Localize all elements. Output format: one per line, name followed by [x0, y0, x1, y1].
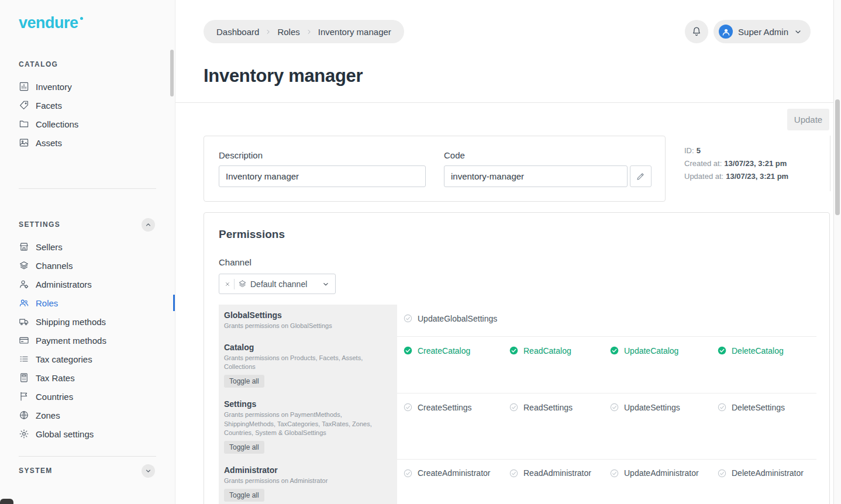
breadcrumb-item-roles[interactable]: Roles [277, 27, 299, 37]
check-circle-outline-icon [509, 468, 519, 478]
permission-group-description: Grants permissions on PaymentMethods, Sh… [224, 410, 389, 437]
notifications-button[interactable] [685, 20, 708, 43]
permission-label: UpdateAdministrator [624, 468, 699, 478]
permission-group-name: Catalog [224, 343, 389, 352]
sidebar-item-administrators[interactable]: Administrators [0, 275, 175, 294]
check-circle-outline-icon [717, 402, 727, 412]
store-icon [19, 241, 29, 252]
toggle-all-button[interactable]: Toggle all [224, 489, 264, 502]
logo-dot-icon [80, 17, 83, 20]
users-icon [19, 298, 29, 308]
sidebar-item-countries[interactable]: Countries [0, 387, 175, 406]
user-menu[interactable]: Super Admin [714, 20, 811, 43]
permission-group-description: Grants permissions on Products, Facets, … [224, 354, 389, 371]
check-circle-filled-icon [717, 346, 727, 355]
sidebar-scrollbar-thumb[interactable] [170, 50, 174, 96]
permission-label: DeleteCatalog [732, 346, 784, 355]
sidebar-item-zones[interactable]: Zones [0, 406, 175, 424]
flag-icon [19, 391, 29, 402]
folder-icon [19, 119, 29, 129]
permission-checkbox-updatesettings[interactable]: UpdateSettings [609, 402, 717, 412]
channel-select[interactable]: Default channel [219, 274, 336, 294]
breadcrumb-item-inventory-manager[interactable]: Inventory manager [318, 27, 391, 37]
permission-checkbox-createsettings[interactable]: CreateSettings [403, 402, 509, 412]
sidebar-item-roles[interactable]: Roles [0, 294, 175, 312]
channel-label: Channel [219, 257, 815, 267]
section-label-system: SYSTEM [19, 467, 53, 475]
calculator-icon [19, 372, 29, 383]
page-scrollbar[interactable] [833, 0, 841, 504]
permission-checkbox-updatecatalog[interactable]: UpdateCatalog [609, 346, 717, 355]
meta-value: 13/07/23, 3:21 pm [724, 159, 787, 168]
permission-group-name: GlobalSettings [224, 310, 389, 320]
sidebar-item-payment-methods[interactable]: Payment methods [0, 331, 175, 350]
check-circle-filled-icon [609, 346, 619, 355]
vendure-logo[interactable]: vendure [19, 14, 83, 32]
meta-value: 5 [697, 146, 701, 155]
avatar [719, 25, 733, 39]
system-collapse-button[interactable] [142, 464, 155, 478]
chevron-right-icon [264, 28, 272, 36]
chevron-down-icon [144, 467, 152, 475]
list-icon [19, 354, 29, 364]
credit-card-icon [19, 335, 29, 346]
permission-checkbox-deletecatalog[interactable]: DeleteCatalog [717, 346, 816, 355]
description-label: Description [219, 150, 426, 160]
globe-icon [19, 410, 29, 420]
check-circle-outline-icon [403, 402, 413, 412]
toggle-all-button[interactable]: Toggle all [224, 375, 264, 388]
check-circle-outline-icon [609, 402, 619, 412]
sidebar-item-global-settings[interactable]: Global settings [0, 424, 175, 443]
code-input[interactable] [444, 165, 628, 187]
permission-checkbox-updateglobalsettings[interactable]: UpdateGlobalSettings [403, 313, 509, 323]
check-circle-outline-icon [403, 313, 413, 323]
sidebar-item-collections[interactable]: Collections [0, 115, 175, 133]
sidebar-item-tax-categories[interactable]: Tax categories [0, 350, 175, 368]
admin-user-icon [19, 279, 29, 289]
image-icon [19, 137, 29, 148]
edit-code-button[interactable] [630, 165, 652, 187]
permission-checkbox-readadministrator[interactable]: ReadAdministrator [509, 468, 609, 478]
sidebar-item-inventory[interactable]: Inventory [0, 77, 175, 96]
permission-group-settings: Settings Grants permissions on PaymentMe… [219, 393, 816, 460]
sidebar-item-tax-rates[interactable]: Tax Rates [0, 368, 175, 387]
breadcrumb: DashboardRolesInventory manager [204, 20, 404, 43]
permission-label: CreateSettings [418, 403, 472, 412]
description-input[interactable] [219, 165, 426, 187]
entity-meta-panel: ID:5 Created at:13/07/23, 3:21 pm Update… [674, 136, 830, 191]
chevron-right-icon [305, 28, 313, 36]
permission-checkbox-updateadministrator[interactable]: UpdateAdministrator [609, 468, 717, 478]
toggle-all-button[interactable]: Toggle all [224, 441, 264, 454]
sidebar-item-sellers[interactable]: Sellers [0, 237, 175, 256]
sidebar-item-facets[interactable]: Facets [0, 96, 175, 115]
check-circle-outline-icon [509, 402, 519, 412]
bell-icon [691, 26, 702, 37]
page-content: Update Description Code ID:5 Created at:… [175, 103, 833, 504]
permission-checkbox-deleteadministrator[interactable]: DeleteAdministrator [717, 468, 816, 478]
permission-checkbox-deletesettings[interactable]: DeleteSettings [717, 402, 816, 412]
nav-section-catalog: CATALOG Inventory Facets Collections Ass… [0, 56, 175, 152]
permission-checkbox-readcatalog[interactable]: ReadCatalog [509, 346, 609, 355]
permission-checkbox-createadministrator[interactable]: CreateAdministrator [403, 468, 509, 478]
permission-checkbox-createcatalog[interactable]: CreateCatalog [403, 346, 509, 355]
remove-channel-button[interactable] [225, 281, 230, 287]
permission-group-description: Grants permissions on GlobalSettings [224, 322, 389, 330]
sidebar-item-assets[interactable]: Assets [0, 133, 175, 152]
meta-label: ID: [684, 146, 694, 155]
meta-line: Updated at:13/07/23, 3:21 pm [684, 170, 824, 183]
page-scrollbar-thumb[interactable] [835, 99, 840, 215]
settings-collapse-button[interactable] [142, 218, 155, 232]
chevron-up-icon [144, 221, 152, 229]
section-label-catalog: CATALOG [19, 60, 58, 68]
permission-label: ReadAdministrator [523, 468, 591, 478]
sidebar-item-shipping-methods[interactable]: Shipping methods [0, 312, 175, 331]
permission-checkbox-readsettings[interactable]: ReadSettings [509, 402, 609, 412]
check-circle-filled-icon [509, 346, 519, 355]
sidebar-item-channels[interactable]: Channels [0, 256, 175, 275]
page-title: Inventory manager [204, 65, 363, 87]
permission-group-name: Administrator [224, 465, 389, 475]
update-button[interactable]: Update [787, 109, 829, 130]
section-label-settings: SETTINGS [19, 220, 60, 229]
breadcrumb-item-dashboard[interactable]: Dashboard [216, 27, 259, 37]
close-icon [225, 281, 230, 287]
